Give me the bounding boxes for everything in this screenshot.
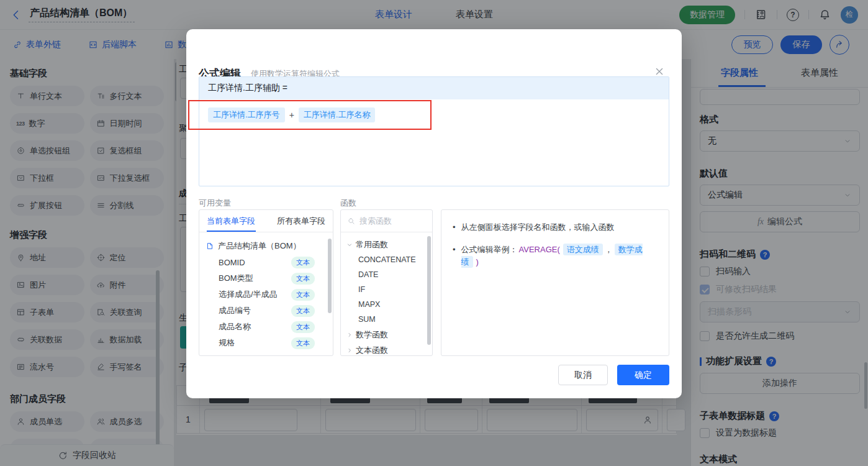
tip-example: 公式编辑举例：AVERAGE(语文成绩，数学成绩): [461, 244, 658, 268]
cancel-button[interactable]: 取消: [558, 365, 608, 385]
chevron-down-icon: [346, 241, 353, 249]
tab-all-form-fields[interactable]: 所有表单字段: [277, 216, 325, 227]
chevron-right-icon: [346, 347, 353, 354]
field-type-badge: 文本: [291, 305, 315, 317]
function-item-mapx[interactable]: MAPX: [346, 297, 427, 312]
function-group-common[interactable]: 常用函数: [346, 237, 427, 252]
confirm-button[interactable]: 确定: [617, 365, 669, 385]
example-close-paren: ): [476, 257, 479, 267]
variables-label: 可用变量: [199, 198, 231, 209]
function-item-if[interactable]: IF: [346, 282, 427, 297]
field-name: 成品名称: [219, 321, 251, 332]
chevron-right-icon: [346, 331, 353, 339]
example-prefix: 公式编辑举例：: [461, 245, 518, 254]
function-item-date[interactable]: DATE: [346, 267, 427, 282]
tip-line-1: • 从左侧面板选择字段名和函数，或输入函数: [453, 221, 658, 234]
tree-field-bom-type[interactable]: BOM类型文本: [206, 270, 327, 286]
field-type-badge: 文本: [291, 337, 315, 349]
field-type-badge: 文本: [291, 321, 315, 333]
bullet-icon: •: [453, 244, 456, 268]
group-label: 文本函数: [356, 345, 388, 356]
bullet-icon: •: [453, 221, 456, 234]
field-name: BOM类型: [219, 273, 253, 284]
active-tab-underline: [207, 231, 256, 232]
formula-target: 工序详情.工序辅助 =: [199, 77, 669, 99]
field-type-badge: 文本: [291, 289, 315, 301]
function-group-text[interactable]: 文本函数: [346, 342, 427, 356]
app-root: 产品结构清单（BOM） 表单设计 表单设置 数据管理 ? 检 表单外链 后端脚本: [0, 0, 868, 466]
tree-field-product-select[interactable]: 选择成品/半成品文本: [206, 286, 327, 303]
function-item-sum[interactable]: SUM: [346, 312, 427, 327]
group-label: 数学函数: [356, 329, 388, 340]
field-name: BOMID: [219, 258, 245, 267]
formula-expression[interactable]: 工序详情.工序序号 + 工序详情.工序名称: [199, 99, 669, 130]
tip-text: 从左侧面板选择字段名和函数，或输入函数: [461, 221, 615, 234]
variables-panel: 当前表单字段 所有表单字段 产品结构清单（BOM） BOMID文本 BOM类型文…: [199, 209, 333, 356]
functions-scrollbar[interactable]: [427, 236, 431, 345]
function-list: 常用函数 CONCATENATE DATE IF MAPX SUM 数学函数 文…: [341, 232, 432, 356]
function-search-input[interactable]: [359, 216, 418, 226]
formula-token[interactable]: 工序详情.工序序号: [208, 107, 285, 122]
tree-field-product-name[interactable]: 成品名称文本: [206, 319, 327, 335]
tree-root-form[interactable]: 产品结构清单（BOM）: [206, 238, 327, 254]
tree-root-label: 产品结构清单（BOM）: [218, 240, 301, 252]
field-type-badge: 文本: [291, 257, 315, 268]
tree-field-bomid[interactable]: BOMID文本: [206, 254, 327, 270]
functions-panel: 常用函数 CONCATENATE DATE IF MAPX SUM 数学函数 文…: [340, 209, 433, 356]
close-icon[interactable]: [653, 65, 666, 78]
example-comma: ，: [605, 245, 613, 254]
functions-label: 函数: [340, 198, 356, 209]
example-function: AVERAGE(: [519, 245, 560, 254]
tab-current-form-fields[interactable]: 当前表单字段: [207, 216, 255, 227]
example-token: 语文成绩: [563, 244, 603, 255]
function-item-concatenate[interactable]: CONCATENATE: [346, 252, 427, 267]
formula-operator: +: [289, 110, 294, 120]
tips-panel: • 从左侧面板选择字段名和函数，或输入函数 • 公式编辑举例：AVERAGE(语…: [441, 209, 669, 356]
function-search: [341, 210, 432, 232]
function-group-math[interactable]: 数学函数: [346, 327, 427, 342]
variables-tabs: 当前表单字段 所有表单字段: [199, 210, 333, 232]
variables-scrollbar[interactable]: [328, 239, 332, 313]
search-icon: [347, 217, 356, 226]
file-icon: [206, 242, 214, 250]
field-tree: 产品结构清单（BOM） BOMID文本 BOM类型文本 选择成品/半成品文本 成…: [199, 232, 333, 356]
tree-field-spec[interactable]: 规格文本: [206, 335, 327, 351]
field-name: 选择成品/半成品: [219, 289, 278, 300]
modal-footer: 取消 确定: [558, 365, 669, 385]
formula-token[interactable]: 工序详情.工序名称: [299, 107, 376, 122]
formula-editor[interactable]: 工序详情.工序辅助 = 工序详情.工序序号 + 工序详情.工序名称: [199, 76, 669, 186]
field-name: 规格: [219, 337, 235, 349]
field-type-badge: 文本: [291, 273, 315, 285]
tree-field-product-code[interactable]: 成品编号文本: [206, 303, 327, 319]
field-name: 成品编号: [219, 305, 251, 316]
tip-line-2: • 公式编辑举例：AVERAGE(语文成绩，数学成绩): [453, 244, 658, 268]
group-label: 常用函数: [356, 239, 388, 250]
formula-editor-modal: 公式编辑 使用数学运算符编辑公式 工序详情.工序辅助 = 工序详情.工序序号 +…: [186, 29, 682, 398]
